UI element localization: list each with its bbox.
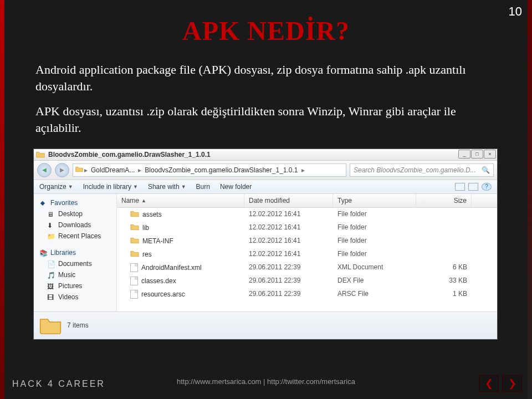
window-controls: _ □ × bbox=[458, 150, 496, 158]
file-name: assets bbox=[142, 211, 162, 218]
table-row[interactable]: res12.02.2012 16:41File folder bbox=[117, 248, 497, 261]
file-name: classes.dex bbox=[141, 277, 176, 285]
folder-icon bbox=[36, 151, 45, 158]
chevron-down-icon: ▼ bbox=[68, 184, 73, 190]
table-row[interactable]: AndroidManifest.xml29.06.2011 22:39XML D… bbox=[117, 261, 497, 274]
file-size bbox=[416, 248, 472, 261]
sidebar-favorites[interactable]: ⯁Favorites bbox=[34, 197, 116, 208]
paragraph-2: APK dosyası, uzantısı .zip olarak değişt… bbox=[35, 103, 497, 136]
sort-arrow-icon: ▲ bbox=[141, 198, 146, 203]
folder-icon bbox=[130, 237, 139, 245]
file-date: 12.02.2012 16:41 bbox=[244, 208, 333, 221]
breadcrumb[interactable]: ▸ GoldDreamA... ▸ BloodvsZombie_com.game… bbox=[73, 163, 346, 177]
table-row[interactable]: resources.arsc29.06.2011 22:39ARSC File1… bbox=[117, 288, 497, 301]
column-size[interactable]: Size bbox=[416, 194, 472, 207]
file-date: 12.02.2012 16:41 bbox=[244, 248, 333, 261]
nav-bar: ◄ ► ▸ GoldDreamA... ▸ BloodvsZombie_com.… bbox=[34, 161, 497, 180]
view-options: ? bbox=[455, 183, 492, 191]
slide-nav: ❮ ❯ bbox=[479, 375, 522, 392]
share-with-button[interactable]: Share with ▼ bbox=[148, 183, 186, 191]
file-size: 1 KB bbox=[416, 288, 472, 301]
table-row[interactable]: assets12.02.2012 16:41File folder bbox=[117, 208, 497, 221]
folder-icon bbox=[130, 223, 139, 232]
file-date: 29.06.2011 22:39 bbox=[244, 261, 333, 274]
column-headers: Name ▲ Date modified Type Size bbox=[117, 194, 497, 208]
sidebar-item-documents[interactable]: 📄Documents bbox=[34, 258, 116, 269]
organize-button[interactable]: Organize ▼ bbox=[39, 183, 73, 191]
sidebar-item-pictures[interactable]: 🖼Pictures bbox=[34, 280, 116, 291]
window-title: BloodvsZombie_com.gamelio.DrawSlasher_1_… bbox=[48, 151, 211, 158]
paragraph-1: Android application package file (APK) d… bbox=[35, 62, 497, 94]
folder-icon bbox=[39, 315, 62, 336]
file-size bbox=[416, 221, 472, 234]
recent-icon: 📁 bbox=[47, 233, 55, 239]
file-size: 33 KB bbox=[416, 274, 472, 288]
next-slide-button[interactable]: ❯ bbox=[502, 375, 522, 392]
file-type: File folder bbox=[333, 248, 416, 261]
help-button[interactable]: ? bbox=[482, 183, 492, 191]
table-row[interactable]: META-INF12.02.2012 16:41File folder bbox=[117, 234, 497, 248]
maximize-button[interactable]: □ bbox=[471, 150, 483, 158]
table-row[interactable]: classes.dex29.06.2011 22:39DEX File33 KB bbox=[117, 274, 497, 288]
view-option-2[interactable] bbox=[468, 183, 478, 191]
file-name: META-INF bbox=[142, 237, 173, 245]
file-list-pane: Name ▲ Date modified Type Size assets12.… bbox=[117, 194, 497, 311]
file-date: 29.06.2011 22:39 bbox=[244, 288, 333, 301]
chevron-down-icon: ▼ bbox=[133, 184, 138, 190]
prev-slide-button[interactable]: ❮ bbox=[479, 375, 499, 392]
chevron-right-icon: ▸ bbox=[300, 166, 306, 174]
star-icon: ⯁ bbox=[39, 200, 47, 206]
file-date: 29.06.2011 22:39 bbox=[244, 274, 333, 288]
include-in-library-button[interactable]: Include in library ▼ bbox=[83, 183, 138, 191]
column-type[interactable]: Type bbox=[333, 194, 416, 207]
close-button[interactable]: × bbox=[484, 150, 496, 158]
column-name[interactable]: Name ▲ bbox=[117, 194, 244, 207]
forward-button[interactable]: ► bbox=[55, 163, 69, 177]
slide-accent-right bbox=[528, 0, 532, 399]
burn-button[interactable]: Burn bbox=[196, 183, 210, 191]
breadcrumb-seg-0[interactable]: GoldDreamA... bbox=[89, 166, 137, 174]
slide-accent-left bbox=[0, 0, 4, 399]
file-type: XML Document bbox=[333, 261, 416, 274]
column-date[interactable]: Date modified bbox=[244, 194, 333, 207]
documents-icon: 📄 bbox=[47, 260, 55, 267]
sidebar-item-videos[interactable]: 🎞Videos bbox=[34, 291, 116, 303]
chevron-down-icon: ▼ bbox=[181, 184, 186, 190]
file-type: File folder bbox=[333, 234, 416, 248]
breadcrumb-seg-1[interactable]: BloodvsZombie_com.gamelio.DrawSlasher_1_… bbox=[142, 166, 300, 174]
sidebar-item-desktop[interactable]: 🖥Desktop bbox=[34, 208, 116, 219]
view-option-1[interactable] bbox=[455, 183, 465, 191]
file-size: 6 KB bbox=[416, 261, 472, 274]
search-input[interactable]: Search BloodvsZombie_com.gamelio.D... 🔍 bbox=[350, 163, 494, 177]
slide-body: Android application package file (APK) d… bbox=[35, 62, 497, 136]
pictures-icon: 🖼 bbox=[47, 283, 55, 289]
sidebar-libraries[interactable]: 📚Libraries bbox=[34, 247, 116, 258]
new-folder-button[interactable]: New folder bbox=[220, 183, 252, 191]
search-placeholder: Search BloodvsZombie_com.gamelio.D... bbox=[354, 166, 476, 174]
libraries-icon: 📚 bbox=[39, 249, 47, 256]
folder-icon bbox=[130, 250, 139, 259]
sidebar-item-recent[interactable]: 📁Recent Places bbox=[34, 231, 116, 242]
back-button[interactable]: ◄ bbox=[37, 163, 52, 177]
file-icon bbox=[130, 263, 138, 272]
footer-url: http://www.mertsarica.com | http://twitt… bbox=[0, 377, 532, 386]
file-type: File folder bbox=[333, 221, 416, 234]
minimize-button[interactable]: _ bbox=[458, 150, 470, 158]
breadcrumb-icon bbox=[75, 166, 83, 174]
table-row[interactable]: lib12.02.2012 16:41File folder bbox=[117, 221, 497, 234]
music-icon: 🎵 bbox=[47, 272, 55, 278]
chevron-right-icon: ▸ bbox=[83, 166, 89, 174]
downloads-icon: ⬇ bbox=[47, 222, 55, 228]
file-date: 12.02.2012 16:41 bbox=[244, 221, 333, 234]
file-name: resources.arsc bbox=[141, 290, 185, 298]
explorer-window: BloodvsZombie_com.gamelio.DrawSlasher_1_… bbox=[33, 149, 498, 340]
sidebar-item-music[interactable]: 🎵Music bbox=[34, 269, 116, 280]
window-titlebar[interactable]: BloodvsZombie_com.gamelio.DrawSlasher_1_… bbox=[34, 149, 497, 161]
file-icon bbox=[130, 277, 138, 285]
file-type: File folder bbox=[333, 208, 416, 221]
sidebar-item-downloads[interactable]: ⬇Downloads bbox=[34, 219, 116, 231]
search-icon: 🔍 bbox=[482, 166, 490, 174]
slide-title: APK NEDİR? bbox=[0, 16, 532, 46]
file-icon bbox=[130, 290, 138, 299]
videos-icon: 🎞 bbox=[47, 294, 55, 300]
